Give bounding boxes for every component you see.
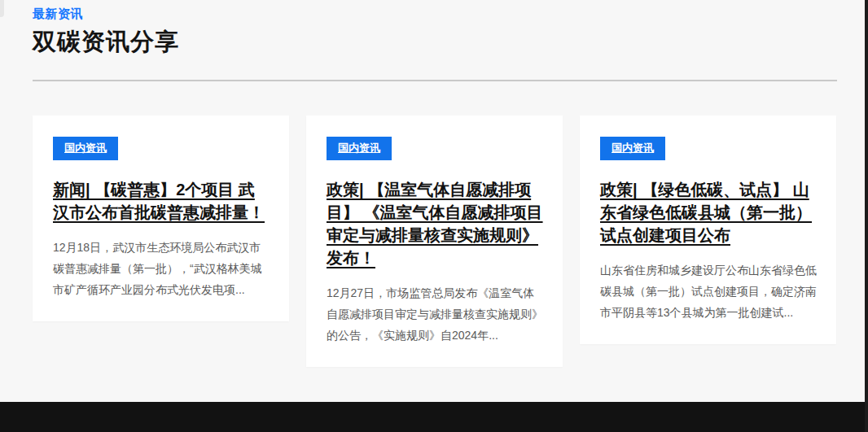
news-card-1[interactable]: 国内资讯 新闻| 【碳普惠】2个项目 武汉市公布首批碳普惠减排量！ 12月18日… bbox=[33, 116, 289, 321]
scrollbar-thumb[interactable] bbox=[0, 0, 4, 17]
news-card-excerpt: 12月27日，市场监管总局发布《温室气体自愿减排项目审定与减排量核查实施规则》的… bbox=[327, 282, 543, 346]
news-card-excerpt: 12月18日，武汉市生态环境局公布武汉市碳普惠减排量（第一批），“武汉格林美城市… bbox=[53, 237, 270, 300]
footer-bar bbox=[0, 402, 868, 432]
news-cards-row: 国内资讯 新闻| 【碳普惠】2个项目 武汉市公布首批碳普惠减排量！ 12月18日… bbox=[33, 116, 837, 367]
page-title: 双碳资讯分享 bbox=[33, 26, 837, 59]
section-eyebrow: 最新资讯 bbox=[33, 7, 837, 22]
news-card-excerpt: 山东省住房和城乡建设厅公布山东省绿色低碳县城（第一批）试点创建项目，确定济南市平… bbox=[600, 260, 817, 323]
section-divider bbox=[33, 80, 837, 81]
category-badge[interactable]: 国内资讯 bbox=[53, 137, 118, 160]
news-section: 最新资讯 双碳资讯分享 国内资讯 新闻| 【碳普惠】2个项目 武汉市公布首批碳普… bbox=[33, 7, 837, 367]
news-card-2[interactable]: 国内资讯 政策| 【温室气体自愿减排项目】 《温室气体自愿减排项目审定与减排量核… bbox=[306, 116, 563, 367]
news-card-3[interactable]: 国内资讯 政策| 【绿色低碳、试点】 山东省绿色低碳县城（第一批）试点创建项目公… bbox=[580, 116, 836, 344]
news-card-title[interactable]: 新闻| 【碳普惠】2个项目 武汉市公布首批碳普惠减排量！ bbox=[53, 178, 270, 224]
category-badge[interactable]: 国内资讯 bbox=[600, 137, 665, 160]
news-card-title[interactable]: 政策| 【温室气体自愿减排项目】 《温室气体自愿减排项目审定与减排量核查实施规则… bbox=[327, 178, 543, 269]
news-card-title[interactable]: 政策| 【绿色低碳、试点】 山东省绿色低碳县城（第一批）试点创建项目公布 bbox=[600, 178, 817, 247]
window-edge bbox=[865, 0, 868, 432]
category-badge[interactable]: 国内资讯 bbox=[327, 137, 392, 160]
